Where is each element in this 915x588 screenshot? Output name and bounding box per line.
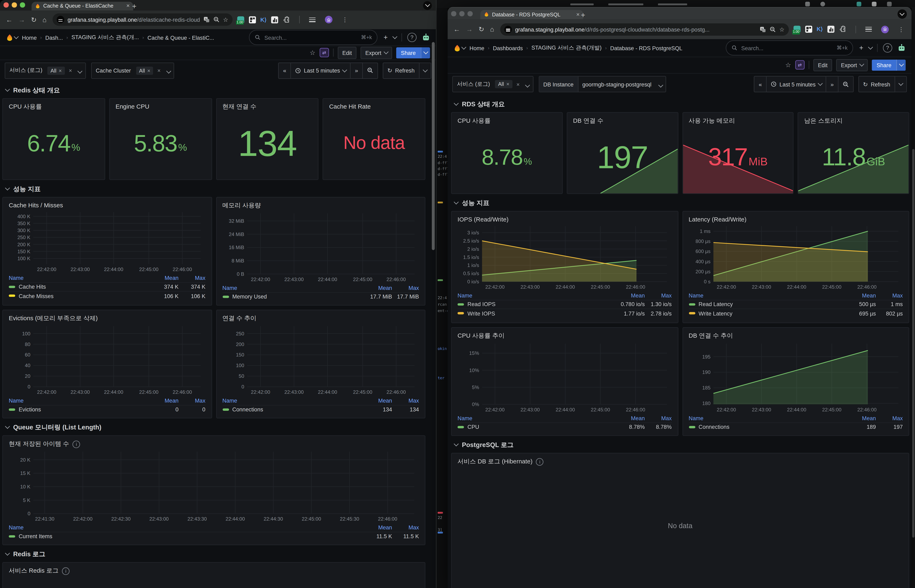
tab-search-button[interactable] (423, 1, 432, 10)
legend-row[interactable]: Evictions00 (9, 405, 205, 414)
time-shift-back-button[interactable]: « (278, 62, 291, 79)
panel-queue-items[interactable]: 현재 저장된 아이템 수i 20 K15 K10 K5 K022:41:3022… (2, 435, 425, 545)
legend-header-name[interactable]: Name (457, 292, 607, 298)
legend-row[interactable]: Connections134134 (222, 405, 419, 414)
stat-panel-free-memory[interactable]: 사용 가능 메모리 317MiB (682, 112, 794, 194)
filter-service-logs[interactable]: 서비스 (로그) All× × (5, 62, 86, 79)
section-rds-overview[interactable]: RDS 상태 개요 (455, 100, 909, 109)
filter-cache-cluster[interactable]: Cache Cluster All× × (91, 62, 174, 79)
back-button[interactable]: ← (6, 16, 13, 23)
filter-value-chip[interactable]: All× (48, 66, 65, 74)
profile-avatar[interactable]: 슬 (881, 26, 889, 33)
reload-button[interactable]: ↻ (31, 16, 37, 24)
new-tab-button[interactable]: + (132, 2, 137, 10)
zoom-window-button[interactable] (468, 11, 473, 16)
legend-header-name[interactable]: Name (689, 415, 839, 421)
bookmark-star-icon[interactable]: ☆ (779, 26, 784, 32)
extensions-puzzle-icon[interactable] (283, 16, 290, 23)
search-input[interactable]: Search... ⌘+k (726, 40, 854, 55)
legend-header-name[interactable]: Name (689, 292, 839, 298)
breadcrumb-dashboard[interactable]: Cache & Queue - ElastiC... (147, 34, 214, 40)
zoom-window-button[interactable] (20, 2, 25, 7)
home-button[interactable]: ⌂ (42, 16, 47, 23)
legend-row[interactable]: Memory Used17.7 MiB17.7 MiB (222, 292, 419, 301)
cache-hits-misses-chart[interactable]: 400 K350 K300 K250 K200 K150 K100 K22:42… (9, 208, 205, 273)
edit-button[interactable]: Edit (813, 59, 832, 71)
panel-db-log[interactable]: 서비스 DB 로그 (Hibernate)i No data (451, 453, 909, 588)
section-performance[interactable]: 성능 지표 (455, 199, 909, 208)
filter-value[interactable]: goormgb-staging-postgresql (578, 81, 655, 87)
time-shift-forward-button[interactable]: » (826, 76, 839, 92)
legend-header-mean[interactable]: Mean (839, 415, 876, 421)
legend-header-max[interactable]: Max (178, 275, 205, 281)
stat-panel-cpu[interactable]: CPU 사용률 6.74% (2, 98, 105, 180)
cpu-trend-chart[interactable]: 15%10%5%0%22:42:0022:43:0022:44:0022:45:… (457, 340, 671, 413)
browser-menu-icon[interactable]: ⋮ (898, 26, 904, 32)
legend-row[interactable]: Cache Hits374 K374 K (9, 282, 205, 291)
time-shift-back-button[interactable]: « (754, 76, 767, 92)
add-new-button[interactable]: + (859, 44, 863, 52)
section-queue-monitoring[interactable]: Queue 모니터링 (List Length) (6, 423, 426, 432)
breadcrumb-dashboard[interactable]: Database - RDS PostgreSQL (610, 45, 682, 51)
time-shift-forward-button[interactable]: » (351, 62, 363, 79)
panel-connections-trend[interactable]: 연결 수 추이 25020015010050022:42:0022:43:002… (216, 310, 425, 418)
refresh-interval-dropdown[interactable] (895, 76, 907, 92)
zoom-out-icon[interactable] (213, 16, 219, 23)
extension-icon-chart[interactable] (271, 16, 278, 23)
panel-evict​ions[interactable]: Evictions (메모리 부족으로 삭제) 10080604020022:4… (2, 310, 211, 418)
connections-trend-chart[interactable]: 25020015010050022:42:0022:43:0022:44:002… (222, 323, 419, 396)
clear-filter-icon[interactable]: × (66, 67, 75, 74)
grafana-logo[interactable] (6, 34, 13, 41)
breadcrumb-dashboards[interactable]: Dash... (45, 34, 63, 40)
legend-row[interactable]: Connections189197 (689, 422, 903, 431)
filter-db-instance[interactable]: DB Instance goormgb-staging-postgresql (539, 76, 666, 92)
legend-header-max[interactable]: Max (645, 415, 671, 421)
chevron-down-icon[interactable] (868, 45, 872, 49)
edit-button[interactable]: Edit (338, 47, 357, 59)
db-connections-trend-chart[interactable]: 19519018518022:42:0022:43:0022:44:0022:4… (689, 340, 903, 413)
chevron-down-icon[interactable] (14, 34, 18, 39)
extension-icon-qr[interactable] (805, 26, 812, 32)
filter-service-logs[interactable]: 서비스 (로그) All× × (452, 76, 533, 92)
extension-icon-chart[interactable] (828, 26, 834, 32)
stat-panel-cpu[interactable]: CPU 사용률 8.78% (451, 112, 563, 194)
chevron-down-icon[interactable] (462, 45, 466, 49)
legend-header-mean[interactable]: Mean (355, 284, 392, 291)
minimize-window-button[interactable] (12, 2, 16, 7)
user-avatar[interactable] (422, 33, 430, 42)
legend-header-max[interactable]: Max (178, 397, 205, 404)
reading-list-icon[interactable] (865, 27, 872, 32)
clear-filter-icon[interactable]: × (155, 67, 163, 74)
translate-icon[interactable]: A (760, 26, 766, 32)
browser-tab[interactable]: Database - RDS PostgreSQL × (480, 10, 583, 19)
home-button[interactable]: ⌂ (490, 26, 494, 32)
legend-row[interactable]: Write Latency695 µs802 µs (689, 309, 903, 318)
share-button[interactable]: Share (396, 47, 430, 58)
extension-icon-k[interactable]: K⟩ (260, 16, 266, 23)
legend-header-max[interactable]: Max (876, 415, 903, 421)
tab-search-button[interactable] (897, 10, 907, 19)
translate-icon[interactable]: A (203, 16, 210, 23)
extensions-puzzle-icon[interactable] (839, 26, 846, 32)
export-button[interactable]: Export (361, 47, 392, 59)
remove-chip-icon[interactable]: × (147, 68, 150, 73)
legend-header-mean[interactable]: Mean (355, 524, 392, 530)
refresh-button[interactable]: ↻Refresh (383, 62, 420, 79)
chevron-down-icon[interactable] (392, 34, 397, 39)
filter-value-chip[interactable]: All× (495, 80, 512, 88)
evictions-chart[interactable]: 10080604020022:42:0022:43:0022:44:0022:4… (9, 323, 205, 396)
legend-row[interactable]: Current Items11.5 K11.5 K (9, 531, 419, 541)
legend-header-mean[interactable]: Mean (607, 292, 645, 298)
legend-header-mean[interactable]: Mean (141, 397, 179, 404)
site-settings-icon[interactable] (56, 16, 64, 24)
legend-header-name[interactable]: Name (9, 275, 141, 281)
memory-usage-chart[interactable]: 32 MiB24 MiB16 MiB8 MiB0 B22:42:0022:43:… (222, 210, 419, 283)
profile-avatar[interactable]: 슬 (325, 16, 332, 24)
zoom-out-time-button[interactable] (838, 76, 854, 92)
extension-icon-k[interactable]: K⟩ (817, 26, 823, 32)
stat-panel-cache-hit-rate[interactable]: Cache Hit Rate No data (323, 98, 425, 180)
help-icon[interactable]: ? (883, 43, 892, 53)
legend-header-name[interactable]: Name (9, 397, 141, 404)
panel-redis-log[interactable]: 서비스 Redis 로그i (2, 562, 425, 588)
reload-button[interactable]: ↻ (479, 25, 484, 33)
